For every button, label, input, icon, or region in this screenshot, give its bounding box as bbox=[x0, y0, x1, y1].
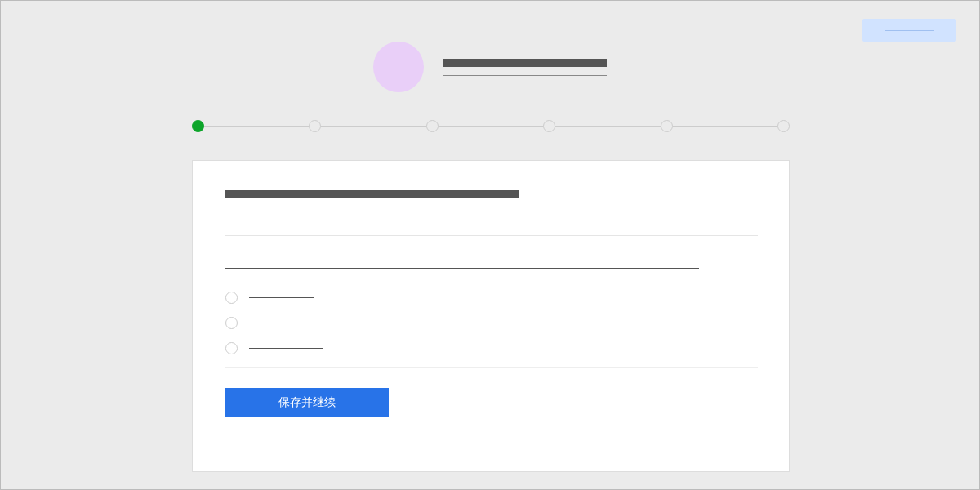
radio-icon bbox=[225, 292, 238, 304]
stepper-track bbox=[198, 126, 783, 127]
section-subtitle bbox=[225, 212, 348, 212]
page-title bbox=[443, 59, 607, 67]
save-continue-button[interactable]: 保存并继续 bbox=[225, 388, 389, 417]
divider bbox=[225, 368, 758, 368]
question-detail bbox=[225, 268, 699, 269]
page-header bbox=[373, 42, 607, 92]
step-6[interactable] bbox=[777, 120, 790, 132]
radio-label bbox=[249, 323, 314, 323]
radio-label bbox=[249, 297, 314, 298]
form-card: 保存并继续 bbox=[192, 160, 790, 472]
page-subtitle bbox=[443, 75, 607, 76]
radio-icon bbox=[225, 317, 238, 329]
step-5[interactable] bbox=[661, 120, 673, 132]
radio-option-2[interactable] bbox=[225, 317, 756, 329]
radio-option-1[interactable] bbox=[225, 292, 756, 304]
step-2[interactable] bbox=[309, 120, 321, 132]
section-title bbox=[225, 190, 519, 198]
step-1[interactable] bbox=[192, 120, 204, 132]
avatar bbox=[373, 42, 424, 92]
radio-label bbox=[249, 348, 323, 349]
stepper bbox=[192, 119, 790, 132]
question-text bbox=[225, 256, 519, 256]
step-4[interactable] bbox=[543, 120, 555, 132]
divider bbox=[225, 235, 758, 236]
radio-option-3[interactable] bbox=[225, 342, 756, 354]
top-right-chip[interactable] bbox=[862, 19, 956, 42]
radio-icon bbox=[225, 342, 238, 354]
step-3[interactable] bbox=[426, 120, 439, 132]
header-text-group bbox=[443, 59, 607, 76]
